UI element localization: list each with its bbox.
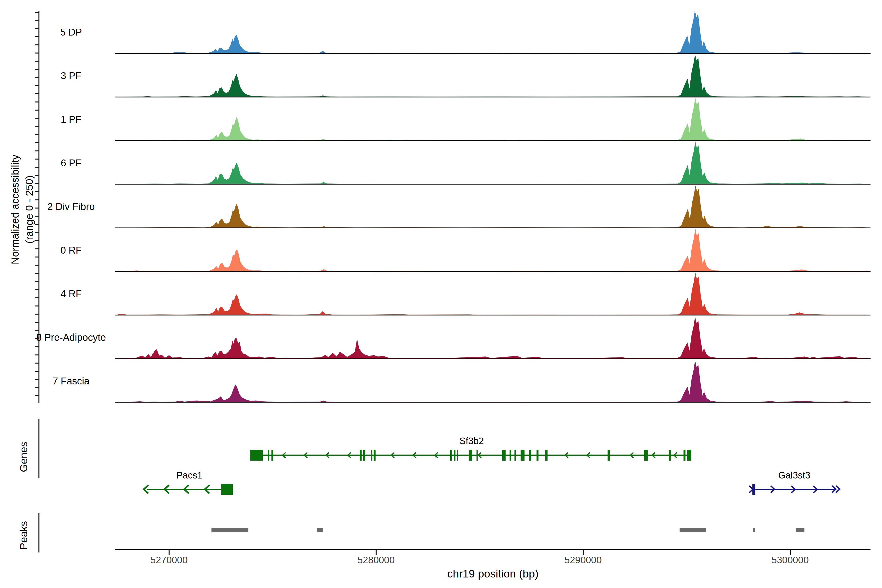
gene-exon-sf3b2 xyxy=(250,450,262,460)
gene-exon-sf3b2 xyxy=(469,450,472,460)
gene-exon-sf3b2 xyxy=(272,450,273,460)
peak-bar-1 xyxy=(317,528,323,532)
peak-bar-2 xyxy=(680,528,706,532)
gene-exon-sf3b2 xyxy=(529,450,531,460)
gene-exon-pacs1 xyxy=(221,484,233,495)
gene-exon-sf3b2 xyxy=(502,450,506,460)
gene-exon-sf3b2 xyxy=(457,450,458,460)
gene-exon-sf3b2 xyxy=(510,450,511,460)
x-axis-title: chr19 position (bp) xyxy=(395,567,591,580)
gene-exon-sf3b2 xyxy=(669,450,671,460)
gene-exon-sf3b2 xyxy=(537,450,538,460)
peak-bar-3 xyxy=(753,528,755,532)
track-label-4: 2 Div Fibro xyxy=(24,200,118,213)
gene-exon-sf3b2 xyxy=(644,450,648,460)
x-tick-label-2: 5290000 xyxy=(544,554,622,566)
gene-label-gal3st3: Gal3st3 xyxy=(753,470,836,481)
signal-area-track-1 xyxy=(115,55,871,97)
peak-bar-4 xyxy=(796,528,804,532)
gene-exon-sf3b2 xyxy=(477,450,478,460)
y-axis-label-line1: Normalized accessibility xyxy=(8,63,22,357)
track-label-1: 3 PF xyxy=(24,70,118,82)
gene-exon-sf3b2 xyxy=(450,450,452,460)
track-label-8: 7 Fascia xyxy=(24,375,118,387)
gene-exon-sf3b2 xyxy=(268,450,269,460)
gene-exon-sf3b2 xyxy=(454,450,456,460)
x-tick-label-0: 5270000 xyxy=(130,554,208,566)
signal-area-track-8 xyxy=(115,361,871,402)
track-label-3: 6 PF xyxy=(24,157,118,169)
track-label-6: 4 RF xyxy=(24,288,118,300)
signal-area-track-6 xyxy=(115,273,871,315)
plot-canvas xyxy=(0,0,882,588)
gene-label-sf3b2: Sf3b2 xyxy=(430,436,513,446)
track-label-2: 1 PF xyxy=(24,113,118,126)
gene-exon-sf3b2 xyxy=(684,450,686,460)
signal-area-track-3 xyxy=(115,142,871,184)
signal-area-track-5 xyxy=(115,230,871,272)
signal-area-track-2 xyxy=(115,99,871,141)
gene-exon-sf3b2 xyxy=(520,450,525,460)
gene-exon-sf3b2 xyxy=(360,450,362,460)
signal-area-track-7 xyxy=(115,317,871,358)
track-label-5: 0 RF xyxy=(24,244,118,256)
track-label-0: 5 DP xyxy=(24,26,118,38)
gene-exon-sf3b2 xyxy=(363,450,365,460)
gene-exon-sf3b2 xyxy=(374,450,376,460)
x-tick-label-1: 5280000 xyxy=(337,554,415,566)
gene-exon-gal3st3 xyxy=(752,484,755,495)
peak-bar-0 xyxy=(212,528,248,532)
x-tick-label-3: 5300000 xyxy=(751,554,830,566)
strand-arrow-icon xyxy=(749,486,753,493)
coverage-plot-figure: Normalized accessibility (range 0 - 250)… xyxy=(0,0,882,588)
gene-exon-sf3b2 xyxy=(545,450,548,460)
gene-exon-sf3b2 xyxy=(371,450,372,460)
gene-exon-sf3b2 xyxy=(608,450,610,460)
signal-area-track-4 xyxy=(115,186,871,228)
signal-area-track-0 xyxy=(115,11,871,53)
peaks-section-label: Peaks xyxy=(18,489,29,582)
track-label-7: 8 Pre-Adipocyte xyxy=(24,331,118,344)
gene-label-pacs1: Pacs1 xyxy=(148,470,231,481)
gene-exon-sf3b2 xyxy=(514,450,516,460)
gene-exon-sf3b2 xyxy=(687,450,692,460)
